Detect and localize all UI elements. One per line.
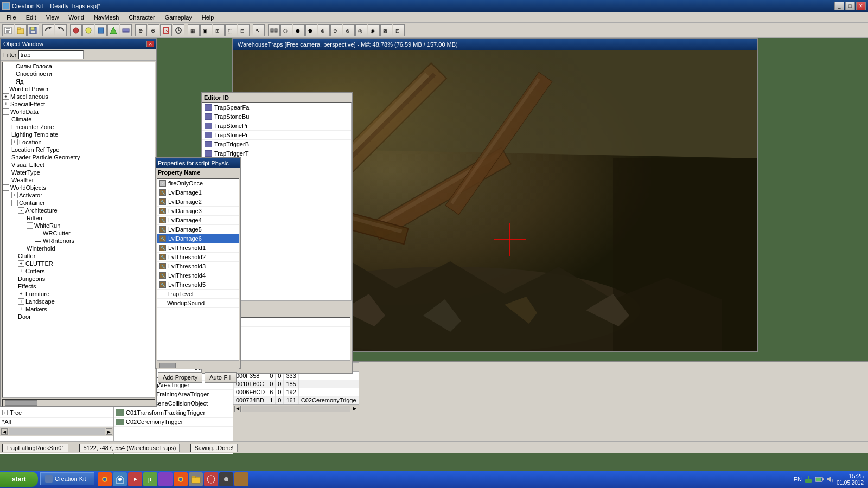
tree-scroll-right[interactable]: ▶ (106, 428, 112, 435)
tool-26[interactable]: ⊠ (380, 24, 392, 36)
tree-item-lighting-template[interactable]: Lighting Template (3, 131, 155, 138)
menu-character[interactable]: Character (124, 12, 159, 22)
tree-item-worlddata[interactable]: - WorldData (3, 108, 155, 115)
tree-scroll-left[interactable]: ◀ (1, 428, 8, 435)
table-row[interactable]: 0006F6CD 6 0 192 (234, 388, 359, 396)
menu-help[interactable]: Help (197, 12, 219, 22)
tool-arrow[interactable]: ↖ (253, 24, 265, 36)
tree-item-dungeons[interactable]: Dungeons (3, 275, 155, 282)
tree-item-effects[interactable]: Effects (3, 282, 155, 290)
maximize-button[interactable]: □ (845, 2, 855, 10)
tool-undo[interactable] (42, 24, 54, 36)
tree-item-visual-effect[interactable]: Visual Effect (3, 161, 155, 169)
prop-item-lvldamage2[interactable]: 🔧 LvlDamage2 (157, 197, 239, 207)
tool-14[interactable]: ⊞ (213, 24, 225, 36)
taskbar-app5[interactable] (158, 472, 173, 486)
prop-item-lvlthreshold1[interactable]: 🔧 LvlThreshold1 (157, 243, 239, 253)
prop-item-fireonlyonce[interactable]: ✓ fireOnlyOnce (157, 179, 239, 188)
bottom-item-c02ceremony[interactable]: C02CeremonyTrigger (114, 418, 233, 427)
tree-item-door[interactable]: Door (3, 313, 155, 320)
tool-save[interactable] (27, 24, 39, 36)
tree-item-word-of-power[interactable]: Word of Power (3, 85, 155, 93)
tree-item-markers[interactable]: + Markers (3, 305, 155, 313)
tool-6[interactable] (107, 24, 119, 36)
tool-redo[interactable] (55, 24, 67, 36)
tree-item-specialeffect[interactable]: + SpecialEffect (3, 100, 155, 108)
tree-item-clutter[interactable]: Clutter (3, 252, 155, 260)
menu-view[interactable]: View (42, 12, 63, 22)
tool-22[interactable]: ⊖ (330, 24, 342, 36)
tool-19[interactable]: ⬢ (293, 24, 305, 36)
object-tree[interactable]: Силы Голоса Способности Яд Word of Power… (2, 62, 155, 398)
tool-20[interactable]: ⬣ (305, 24, 317, 36)
tree-item-location-ref-type[interactable]: Location Ref Type (3, 146, 155, 153)
tool-15[interactable]: ⬚ (225, 24, 237, 36)
tool-9[interactable]: ⊗ (148, 24, 159, 36)
tool-24[interactable]: ◎ (355, 24, 367, 36)
tree-item-riften[interactable]: Riften (3, 214, 155, 222)
tree-item-climate[interactable]: Climate (3, 115, 155, 123)
table-row[interactable]: 0010F60C 0 0 185 (234, 380, 359, 388)
tree-item-activator[interactable]: + Activator (3, 191, 155, 199)
taskbar-folder[interactable] (189, 472, 203, 486)
tool-23[interactable]: ⊗ (343, 24, 355, 36)
prop-item-lvldamage5[interactable]: 🔧 LvlDamage5 (157, 225, 239, 234)
tree-item-weather[interactable]: Weather (3, 176, 155, 184)
prop-item-lvldamage4[interactable]: 🔧 LvlDamage4 (157, 216, 239, 225)
tool-4[interactable] (82, 24, 94, 36)
h-scroll-thumb[interactable] (5, 400, 37, 406)
taskbar-utorrent[interactable]: μ (143, 472, 157, 486)
prop-item-lvldamage3[interactable]: 🔧 LvlDamage3 (157, 207, 239, 216)
taskbar-app10[interactable] (234, 472, 248, 486)
table-row[interactable]: 000734BD 1 0 161 C02CeremonyTrigge (234, 396, 359, 404)
prop-item-lvlthreshold3[interactable]: 🔧 LvlThreshold3 (157, 262, 239, 271)
tree-item-shader-particle[interactable]: Shader Particle Geometry (3, 153, 155, 161)
object-tree-hscrollbar[interactable] (2, 399, 155, 407)
prop-item-lvlthreshold2[interactable]: 🔧 LvlThreshold2 (157, 253, 239, 262)
prop-item-windupSound[interactable]: WindupSound (157, 299, 239, 308)
tree-item-landscape[interactable]: + Landscape (3, 298, 155, 305)
editor-item-trapstone2[interactable]: TrapStonePr (202, 121, 351, 131)
tool-new[interactable] (2, 24, 14, 36)
taskbar-item-ck[interactable]: Creation Kit (40, 472, 94, 485)
prop-hscrollbar[interactable] (157, 362, 239, 369)
tree-item-container[interactable]: - Container (3, 199, 155, 207)
menu-file[interactable]: File (2, 12, 21, 22)
tree-item-location[interactable]: + Location (3, 138, 155, 146)
tree-item[interactable]: Способности (3, 70, 155, 78)
add-property-button[interactable]: Add Property (158, 372, 202, 383)
taskbar-firefox2[interactable] (174, 472, 188, 486)
tree-item-architecture[interactable]: - Architecture (3, 207, 155, 214)
menu-navmesh[interactable]: NavMesh (90, 12, 123, 22)
tree-item[interactable]: Яд (3, 78, 155, 85)
tree-item-critters[interactable]: + Critters (3, 267, 155, 275)
tool-17[interactable] (268, 24, 280, 36)
tree-item-whiterun[interactable]: - WhiteRun (3, 222, 155, 229)
tree-item-wrclutter[interactable]: — WRClutter (3, 229, 155, 237)
data-scroll-right[interactable]: ▶ (352, 406, 358, 412)
prop-item-lvlthreshold5[interactable]: 🔧 LvlThreshold5 (157, 280, 239, 290)
prop-item-lvldamage6[interactable]: 🔧 LvlDamage6 (157, 234, 239, 243)
tool-27[interactable]: ⊡ (393, 24, 405, 36)
tree-item[interactable]: Силы Голоса (3, 62, 155, 70)
tool-open[interactable] (15, 24, 27, 36)
data-hscrollbar[interactable]: ◀ ▶ (233, 404, 359, 412)
tool-21[interactable]: ⊕ (318, 24, 330, 36)
tool-12[interactable]: ▦ (188, 24, 200, 36)
menu-world[interactable]: World (64, 12, 88, 22)
editor-item-trapstone3[interactable]: TrapStonePr (202, 131, 351, 140)
minimize-button[interactable]: _ (834, 2, 844, 10)
taskbar-firefox[interactable] (98, 472, 112, 486)
menu-gameplay[interactable]: Gameplay (161, 12, 196, 22)
tool-3[interactable] (70, 24, 82, 36)
taskbar-app9[interactable] (219, 472, 233, 486)
tool-25[interactable]: ◉ (368, 24, 380, 36)
tool-7[interactable] (120, 24, 132, 36)
prop-item-lvldamage1[interactable]: 🔧 LvlDamage1 (157, 188, 239, 197)
tool-18[interactable]: ⬡ (280, 24, 292, 36)
prop-item-traplevel[interactable]: TrapLevel (157, 290, 239, 299)
bottom-data-table-container[interactable]: Editor ID 000F358 0 0 333 (233, 362, 359, 454)
editor-item-trapspear[interactable]: TrapSpearFa (202, 103, 351, 112)
tree-item-encounter-zone[interactable]: Encounter Zone (3, 123, 155, 131)
tree-item-clutter-caps[interactable]: + CLUTTER (3, 260, 155, 267)
